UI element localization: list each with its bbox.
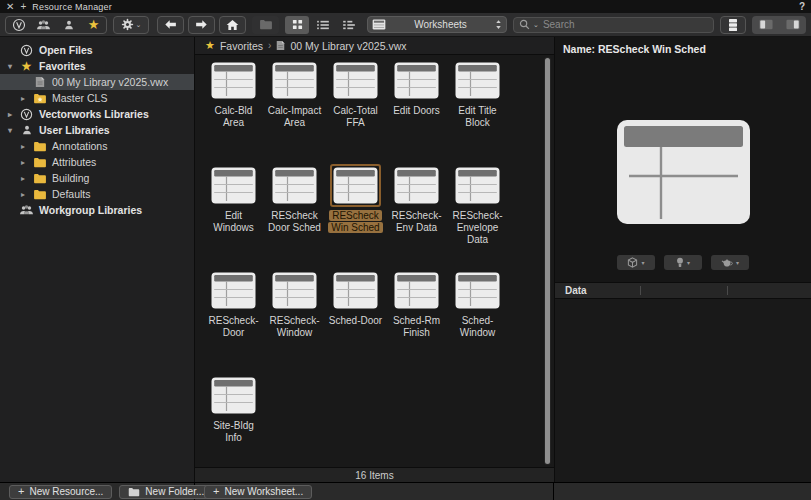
home-button[interactable] [219, 16, 246, 34]
resource-item-rescheck-envelope-data[interactable]: REScheck-Envelope Data [447, 164, 508, 269]
chevron-icon[interactable]: ▸ [19, 158, 27, 167]
preview-options: ▾ ▾ ▾ [555, 255, 811, 270]
sidebar-item-vectorworks-libraries[interactable]: ▸ Vectorworks Libraries [0, 106, 194, 122]
item-icon [32, 141, 47, 152]
worksheet-preview-icon [616, 119, 751, 225]
resource-type-popup[interactable]: Worksheets [367, 16, 507, 33]
item-icon [32, 157, 47, 168]
chevron-icon[interactable]: ▸ [19, 174, 27, 183]
vectorworks-libraries-button[interactable] [6, 17, 31, 33]
forward-button[interactable] [188, 16, 215, 34]
resource-item-rescheck-window[interactable]: REScheck-Window [264, 269, 325, 374]
back-button[interactable] [157, 16, 184, 34]
resource-item-calc-total-ffa[interactable]: Calc-Total FFA [325, 59, 386, 164]
search-field[interactable]: ⌄ [513, 17, 714, 33]
item-label: Vectorworks Libraries [39, 108, 149, 120]
resource-item-edit-doors[interactable]: Edit Doors [386, 59, 447, 164]
sidebar-item-open-files[interactable]: Open Files [0, 42, 194, 58]
tools-menu-button[interactable]: ⌄ [113, 16, 149, 34]
sidebar-item-defaults[interactable]: ▸ Defaults [0, 186, 194, 202]
help-button[interactable]: ? [799, 1, 805, 12]
chevron-icon[interactable]: ▸ [19, 190, 27, 199]
thumbnail-view-button[interactable] [285, 16, 309, 34]
item-label: Defaults [52, 188, 91, 200]
resource-item-edit-windows[interactable]: Edit Windows [203, 164, 264, 269]
worksheet-icon [208, 59, 259, 102]
resource-item-rescheck-door[interactable]: REScheck-Door [203, 269, 264, 374]
resource-item-sched-door[interactable]: Sched-Door [325, 269, 386, 374]
vertical-scrollbar[interactable] [544, 57, 551, 465]
worksheet-icon [391, 269, 442, 312]
toggle-right-panel-button[interactable] [779, 16, 806, 34]
lighting-options-button[interactable]: ▾ [664, 255, 702, 270]
sidebar-item-user-libraries[interactable]: ▾ User Libraries [0, 122, 194, 138]
item-icon [19, 108, 34, 121]
breadcrumb-current[interactable]: 00 My Library v2025.vwx [290, 40, 406, 52]
right-panel-icon [786, 19, 800, 30]
sidebar-item-attributes[interactable]: ▸ Attributes [0, 154, 194, 170]
resource-label: Site-Bldg Info [204, 420, 264, 444]
resource-label: Calc-Total FFA [326, 105, 386, 129]
list-view-icon [317, 20, 329, 30]
sidebar-item-building[interactable]: ▸ Building [0, 170, 194, 186]
column-divider[interactable] [640, 286, 641, 295]
detail-view-button[interactable] [337, 16, 361, 34]
resource-item-rescheck-win-sched[interactable]: REScheck Win Sched [325, 164, 386, 269]
list-view-button[interactable] [311, 16, 335, 34]
search-input[interactable] [543, 19, 708, 30]
plus-icon: + [18, 486, 24, 497]
folder-up-button[interactable] [252, 16, 279, 34]
sidebar-item-annotations[interactable]: ▸ Annotations [0, 138, 194, 154]
status-bar: 16 Items [195, 467, 554, 482]
column-divider[interactable] [727, 286, 728, 295]
toggle-left-panel-button[interactable] [752, 16, 779, 34]
new-resource-button[interactable]: + New Resource... [9, 485, 112, 499]
sidebar-item-master-cls[interactable]: ▸ Master CLS [0, 90, 194, 106]
preview-layout-button[interactable] [720, 16, 746, 34]
toolbar: ★ ⌄ [0, 13, 811, 37]
item-icon [32, 76, 47, 88]
workgroup-libraries-button[interactable] [31, 17, 56, 33]
stacked-rows-icon [728, 18, 738, 32]
resource-item-site-bldg-info[interactable]: Site-Bldg Info [203, 374, 264, 467]
new-worksheet-button[interactable]: + New Worksheet... [204, 485, 312, 499]
resource-label: REScheck-Window [265, 315, 325, 339]
sidebar-item-workgroup-libraries[interactable]: Workgroup Libraries [0, 202, 194, 218]
chevron-icon[interactable]: ▾ [6, 62, 14, 71]
resource-item-rescheck-env-data[interactable]: REScheck-Env Data [386, 164, 447, 269]
breadcrumb-root[interactable]: Favorites [220, 40, 263, 52]
item-icon: ★ [19, 61, 34, 72]
worksheet-type-icon [372, 19, 386, 30]
breadcrumb-separator: › [268, 40, 271, 51]
preview-name-label: Name: REScheck Win Sched [555, 37, 811, 59]
chevron-icon[interactable]: ▸ [6, 110, 14, 119]
view-options-arrow-icon: ▾ [641, 259, 644, 266]
resource-item-rescheck-door-sched[interactable]: REScheck Door Sched [264, 164, 325, 269]
worksheet-icon [269, 269, 320, 312]
add-window-icon[interactable]: + [20, 2, 26, 12]
sidebar-item-00-my-library-v2025-vwx[interactable]: 00 My Library v2025.vwx [0, 74, 194, 90]
view-options-button[interactable]: ▾ [617, 255, 655, 270]
favorites-filter-button[interactable]: ★ [81, 17, 106, 33]
resource-item-sched-rm-finish[interactable]: Sched-Rm Finish [386, 269, 447, 374]
gear-icon [121, 18, 134, 31]
item-label: Annotations [52, 140, 107, 152]
title-bar: ✕ + Resource Manager ? [0, 0, 811, 13]
resource-item-edit-title-block[interactable]: Edit Title Block [447, 59, 508, 164]
resource-item-sched-window[interactable]: Sched-Window [447, 269, 508, 374]
user-libraries-button[interactable] [56, 17, 81, 33]
chevron-icon[interactable]: ▸ [19, 142, 27, 151]
chevron-icon[interactable]: ▾ [6, 126, 14, 135]
sidebar-item-favorites[interactable]: ▾ ★ Favorites [0, 58, 194, 74]
resource-item-calc-impact-area[interactable]: Calc-Impact Area [264, 59, 325, 164]
worksheet-icon [269, 164, 320, 207]
scrollbar-thumb[interactable] [545, 58, 550, 464]
chevron-icon[interactable]: ▸ [19, 94, 27, 103]
render-mode-button[interactable]: ▾ [711, 255, 749, 270]
close-icon[interactable]: ✕ [6, 2, 14, 12]
main-panel: ★ Favorites › 00 My Library v2025.vwx Ca… [195, 37, 554, 482]
resource-item-calc-bld-area[interactable]: Calc-Bld Area [203, 59, 264, 164]
search-scope-arrow-icon: ⌄ [533, 21, 539, 29]
sidebar: Open Files ▾ ★ Favorites 00 My Library v… [0, 37, 195, 482]
detail-view-icon [343, 20, 355, 30]
